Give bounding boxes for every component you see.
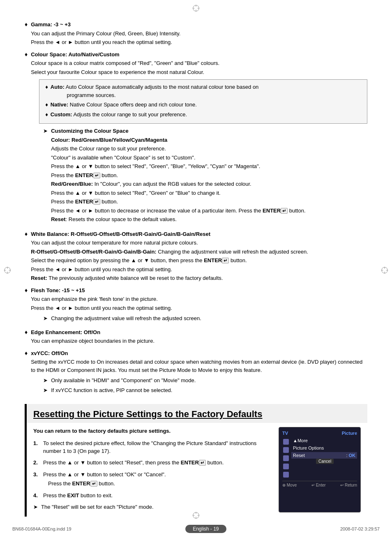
flesh-tone-note: ➤ Changing the adjustment value will ref… bbox=[43, 314, 367, 323]
white-balance-p3: Select the required option by pressing t… bbox=[31, 256, 367, 265]
edge-enhancement-heading: Edge Enhancement: Off/On bbox=[31, 329, 100, 335]
tv-main-area: ▲More Picture Options Reset : OK bbox=[282, 437, 357, 478]
step-2-text: Press the ▲ or ▼ button to select "Reset… bbox=[43, 459, 272, 467]
customizing-p9: Reset: Resets the colour space to the de… bbox=[51, 215, 305, 224]
colour-space-line1: Colour space is a colour matrix composed… bbox=[31, 59, 367, 67]
step-2-content: Press the ▲ or ▼ button to select "Reset… bbox=[43, 459, 272, 468]
reset-body: You can return to the factory defaults p… bbox=[27, 423, 367, 517]
crosshair-bottom-icon bbox=[192, 511, 200, 521]
white-balance-heading: White Balance: R-Offset/G-Offset/B-Offse… bbox=[31, 231, 210, 237]
white-balance-p5: Reset: The previously adjusted white bal… bbox=[31, 274, 367, 282]
arrow-right-icon: ➤ bbox=[33, 503, 38, 511]
reset-step-2: 2. Press the ▲ or ▼ button to select "Re… bbox=[33, 459, 272, 468]
step-num-4: 4. bbox=[33, 492, 40, 500]
page: ♦ Gamma: -3 ~ +3 You can adjust the Prim… bbox=[0, 0, 392, 540]
step-4-text: Press the EXIT button to exit. bbox=[43, 492, 272, 500]
colour-space-line2: Select your favourite Colour space to ex… bbox=[31, 68, 367, 76]
customizing-p8: Press the ◄ or ► button to decrease or i… bbox=[51, 207, 305, 215]
gamma-line2: Press the ◄ or ► button until you reach … bbox=[31, 38, 367, 46]
bullet-diamond-icon: ♦ bbox=[25, 21, 28, 28]
tv-reset-label: Reset bbox=[293, 453, 345, 458]
edge-enhancement-p1: You can emphasize object boundaries in t… bbox=[31, 337, 367, 345]
reset-section: Resetting the Picture Settings to the Fa… bbox=[25, 404, 367, 517]
customizing-p5: Red/Green/Blue: In "Colour", you can adj… bbox=[51, 180, 305, 188]
flesh-tone-content: Flesh Tone: -15 ~ +15 You can emphasize … bbox=[31, 286, 367, 325]
xvycc-section: ♦ xvYCC: Off/On Setting the xvYCC mode t… bbox=[25, 349, 367, 397]
flesh-tone-section: ♦ Flesh Tone: -15 ~ +15 You can emphasiz… bbox=[25, 286, 367, 325]
white-balance-section: ♦ White Balance: R-Offset/G-Offset/B-Off… bbox=[25, 230, 367, 283]
tv-label: TV bbox=[282, 431, 288, 436]
step-3-content: Press the ▲ or ▼ button to select "OK" o… bbox=[43, 471, 272, 488]
tv-icon-4 bbox=[283, 464, 289, 469]
inner-diamond-icon: ♦ bbox=[45, 111, 48, 119]
reset-steps-list: 1. To select the desired picture effect,… bbox=[33, 439, 272, 511]
tv-reset-colon: : bbox=[345, 453, 348, 458]
arrow-right-icon: ➤ bbox=[43, 386, 48, 395]
tv-cancel-area: Cancel bbox=[316, 459, 357, 464]
xvycc-note1: ➤ Only available in "HDMI" and "Componen… bbox=[43, 376, 367, 385]
arrow-right-icon: ➤ bbox=[43, 127, 48, 135]
edge-enhancement-section: ♦ Edge Enhancement: Off/On You can empha… bbox=[25, 328, 367, 346]
date-info: 2008-07-02 3:29:57 bbox=[340, 526, 380, 531]
bullet-diamond-icon: ♦ bbox=[25, 231, 28, 237]
white-balance-content: White Balance: R-Offset/G-Offset/B-Offse… bbox=[31, 230, 367, 283]
reset-step-1: 1. To select the desired picture effect,… bbox=[33, 439, 272, 455]
tv-sidebar bbox=[282, 437, 290, 478]
gamma-heading: Gamma: -3 ~ +3 bbox=[31, 21, 71, 28]
customizing-section: ➤ Customizing the Colour Space Colour: R… bbox=[43, 127, 367, 224]
native-row: ♦ Native: Native Colour Space offers dee… bbox=[45, 101, 361, 109]
custom-text: Custom: Adjusts the colour range to suit… bbox=[51, 111, 187, 119]
xvycc-note2: ➤ If xvYCC function is active, PIP canno… bbox=[43, 386, 367, 395]
reset-title: Resetting the Picture Settings to the Fa… bbox=[27, 404, 367, 423]
flesh-tone-note-item: ➤ Changing the adjustment value will ref… bbox=[43, 314, 367, 323]
tv-picture-options-label: Picture Options bbox=[293, 445, 324, 450]
customizing-p4: Press the ENTER↵ button. bbox=[51, 171, 305, 180]
tv-ok-label: OK bbox=[349, 453, 356, 458]
edge-enhancement-content: Edge Enhancement: Off/On You can emphasi… bbox=[31, 328, 367, 346]
xvycc-content: xvYCC: Off/On Setting the xvYCC mode to … bbox=[31, 349, 367, 397]
tv-mockup: TV Picture ▲More bbox=[279, 427, 361, 512]
customizing-subtitle: Colour: Red/Green/Blue/Yellow/Cyan/Magen… bbox=[51, 136, 305, 144]
colour-space-inner-box: ♦ Auto: Auto Colour Space automatically … bbox=[39, 79, 367, 124]
tv-return-label: ↩ Return bbox=[340, 483, 357, 487]
inner-diamond-icon: ♦ bbox=[45, 83, 48, 91]
white-balance-p1: You can adjust the colour temperature fo… bbox=[31, 239, 367, 247]
reset-step-3: 3. Press the ▲ or ▼ button to select "OK… bbox=[33, 471, 272, 488]
native-text: Native: Native Colour Space offers deep … bbox=[51, 101, 197, 109]
crosshair-left-icon bbox=[3, 266, 12, 275]
inner-diamond-icon: ♦ bbox=[45, 101, 48, 109]
reset-text-col: You can return to the factory defaults p… bbox=[33, 427, 272, 512]
tv-more-label: ▲More bbox=[293, 438, 308, 443]
xvycc-note1-text: Only available in "HDMI" and "Component"… bbox=[51, 376, 196, 385]
auto-text: Auto: Auto Colour Space automatically ad… bbox=[51, 83, 259, 99]
step-3-text: Press the ▲ or ▼ button to select "OK" o… bbox=[43, 471, 272, 479]
step-num-3: 3. bbox=[33, 471, 40, 479]
tv-menu-area: ▲More Picture Options Reset : OK bbox=[291, 437, 357, 478]
tv-icon-2 bbox=[283, 447, 289, 453]
customizing-p1: Adjusts the Colour range to suit your pr… bbox=[51, 145, 305, 153]
customizing-content: Customizing the Colour Space Colour: Red… bbox=[51, 127, 305, 224]
tv-icon-5 bbox=[283, 472, 289, 478]
main-content: ♦ Gamma: -3 ~ +3 You can adjust the Prim… bbox=[25, 21, 367, 517]
flesh-tone-note-text: Changing the adjustment value will refre… bbox=[51, 314, 201, 323]
arrow-right-icon: ➤ bbox=[43, 376, 48, 385]
customizing-p2: "Colour" is available when "Colour Space… bbox=[51, 154, 305, 162]
customizing-header: ➤ Customizing the Colour Space Colour: R… bbox=[43, 127, 367, 224]
reset-title-text: Resetting the Picture Settings to the Fa… bbox=[33, 409, 262, 419]
crosshair-right-icon bbox=[380, 266, 389, 275]
gamma-line1: You can adjust the Primary Colour (Red, … bbox=[31, 30, 367, 38]
customizing-p7: Press the ENTER↵ button. bbox=[51, 198, 305, 206]
xvycc-note2-text: If xvYCC function is active, PIP cannot … bbox=[51, 386, 172, 395]
tv-picture-options-row: Picture Options bbox=[291, 445, 357, 451]
colour-space-section: ♦ Colour Space: Auto/Native/Custom Colou… bbox=[25, 51, 367, 227]
flesh-tone-heading: Flesh Tone: -15 ~ +15 bbox=[31, 287, 85, 293]
step-3-subtext: Press the ENTER↵ button. bbox=[43, 480, 272, 488]
tv-cancel-button: Cancel bbox=[316, 459, 334, 464]
reset-final-note: ➤ The "Reset" will be set for each "Pict… bbox=[33, 503, 272, 511]
step-1-text: To select the desired picture effect, fo… bbox=[43, 439, 272, 455]
bullet-diamond-icon: ♦ bbox=[25, 51, 28, 58]
customizing-p3: Press the ▲ or ▼ button to select "Red",… bbox=[51, 162, 305, 171]
tv-more-row: ▲More bbox=[291, 437, 357, 444]
auto-row: ♦ Auto: Auto Colour Space automatically … bbox=[45, 83, 361, 99]
tv-header: TV Picture bbox=[282, 431, 357, 436]
